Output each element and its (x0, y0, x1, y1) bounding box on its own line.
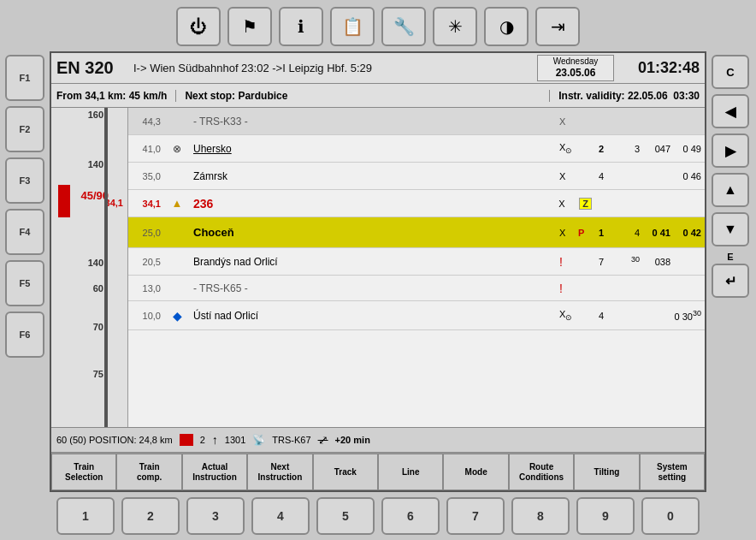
station-name: - TRS-K65 - (190, 282, 559, 294)
track-cell: ◆ (164, 309, 190, 323)
km-cell: 41,0 (132, 144, 164, 154)
dep-cell: 0 49 (670, 144, 701, 154)
strikethrough-icon: ⤢ (318, 433, 328, 447)
doc-button[interactable]: 📋 (330, 7, 375, 46)
num-4-button[interactable]: 4 (251, 497, 310, 535)
timetable-inner: 160 140 45/90 34,1 140 60 70 75 44,3 (51, 108, 705, 427)
arrow-right-button[interactable]: ⇥ (535, 7, 580, 46)
station-table: 44,3 - TRS-K33 - X 41,0 ⊗ (128, 108, 705, 427)
num-8-button[interactable]: 8 (511, 497, 570, 535)
num-6-button[interactable]: 6 (381, 497, 440, 535)
track-cell: ▲ (164, 197, 190, 210)
x-cell: X (559, 228, 578, 238)
top-toolbar: ⏻ ⚑ ℹ 📋 🔧 ✳ ◑ ⇥ (0, 0, 756, 51)
speed-140-top: 140 (88, 159, 103, 169)
header-row: EN 320 I-> Wien Südbahnhof 23:02 ->I Lei… (51, 53, 705, 84)
date-box: Wednesday 23.05.06 (537, 55, 614, 81)
f2-button[interactable]: F2 (5, 106, 44, 152)
table-row: 25,0 Choceň X P 1 4 0 41 0 42 (128, 217, 705, 248)
time-display: 01:32:48 (623, 59, 700, 77)
tab-train-comp[interactable]: Traincomp. (116, 454, 181, 490)
up-arrow-icon: ↑ (212, 433, 218, 447)
e-label: E (727, 252, 733, 262)
power-button[interactable]: ⏻ (176, 7, 221, 46)
f3-button[interactable]: F3 (5, 157, 44, 204)
up-arrow-button[interactable]: ▲ (712, 173, 749, 207)
wrench-button[interactable]: 🔧 (381, 7, 426, 46)
route-info: I-> Wien Südbahnhof 23:02 ->I Leipzig Hb… (133, 62, 529, 74)
km-cell: 44,3 (132, 116, 164, 127)
tab-train-selection[interactable]: TrainSelection (51, 454, 116, 490)
contrast-button[interactable]: ◑ (484, 7, 529, 46)
tab-line[interactable]: Line (378, 454, 443, 490)
status-red-indicator (180, 434, 193, 446)
f4-button[interactable]: F4 (5, 209, 44, 255)
right-arrow-button[interactable]: ▶ (712, 134, 749, 168)
station-name: 236 (190, 197, 558, 211)
table-row: 44,3 - TRS-K33 - X (128, 108, 705, 135)
center-panel: EN 320 I-> Wien Südbahnhof 23:02 ->I Lei… (50, 51, 706, 492)
f1-button[interactable]: F1 (5, 55, 44, 101)
num-5-button[interactable]: 5 (316, 497, 375, 535)
x-cell: ! (559, 255, 578, 269)
tab-actual-instruction[interactable]: ActualInstruction (182, 454, 247, 490)
station-name: - TRS-K33 - (190, 116, 559, 128)
status-bar: 60 (50) POSITION: 24,8 km 2 ↑ 1301 📡 TRS… (51, 427, 705, 453)
track2-cell: 2 (594, 144, 609, 154)
flag-button[interactable]: ⚑ (227, 7, 272, 46)
tab-route-conditions[interactable]: RouteConditions (509, 454, 574, 490)
f5-button[interactable]: F5 (5, 260, 44, 306)
track2-cell: 7 (594, 257, 609, 267)
left-arrow-button[interactable]: ◀ (712, 94, 749, 128)
red-speed-indicator (58, 185, 70, 217)
num-0-button[interactable]: 0 (641, 497, 700, 535)
table-row: 10,0 ◆ Ústí nad Orlicí X⊙ 4 0 3030 (128, 301, 705, 330)
position-label: 60 (50) POSITION: 24,8 km (56, 435, 173, 445)
track2-cell: 1 (594, 228, 609, 238)
speed-140-mid: 140 (88, 258, 103, 268)
bottom-tabs: TrainSelection Traincomp. ActualInstruct… (51, 453, 705, 490)
train-id: EN 320 (56, 58, 125, 78)
km-cell: 34,1 (132, 199, 164, 209)
main-area: F1 F2 F3 F4 F5 F6 EN 320 I-> Wien Südbah… (0, 51, 756, 492)
c-button[interactable]: C (712, 55, 749, 89)
antenna-icon: 📡 (252, 434, 265, 446)
speed-75: 75 (93, 369, 103, 379)
timetable-area: 160 140 45/90 34,1 140 60 70 75 44,3 (51, 108, 705, 427)
status-num: 2 (200, 435, 205, 445)
left-function-buttons: F1 F2 F3 F4 F5 F6 (3, 51, 50, 492)
z-box: Z (577, 198, 594, 210)
km-cell: 10,0 (132, 311, 164, 321)
f6-button[interactable]: F6 (5, 312, 44, 358)
x-cell: ! (559, 282, 578, 295)
speed-160: 160 (88, 110, 103, 120)
bottom-num-row: 1 2 3 4 5 6 7 8 9 0 (0, 492, 756, 540)
tab-next-instruction[interactable]: NextInstruction (247, 454, 312, 490)
km-cell: 25,0 (132, 228, 164, 238)
delay-label: +20 min (335, 435, 370, 445)
dep-cell: 0 3030 (670, 309, 701, 322)
num-3-button[interactable]: 3 (186, 497, 245, 535)
x-cell: X⊙ (559, 309, 578, 322)
instr-validity-label: Instr. validity: 22.05.06 03:30 (549, 90, 700, 102)
tab-system-setting[interactable]: Systemsetting (640, 454, 705, 490)
tab-track[interactable]: Track (313, 454, 378, 490)
asterisk-button[interactable]: ✳ (433, 7, 477, 46)
station-name: Zámrsk (190, 170, 559, 182)
p-cell: P (578, 228, 594, 238)
tab-tilting[interactable]: Tilting (574, 454, 639, 490)
enter-button[interactable]: ↵ (712, 264, 749, 298)
down-arrow-button[interactable]: ▼ (712, 212, 749, 246)
table-row: 41,0 ⊗ Uhersko X⊙ 2 3 047 0 49 (128, 135, 705, 163)
tab-mode[interactable]: Mode (443, 454, 508, 490)
num-9-button[interactable]: 9 (576, 497, 635, 535)
track2-cell: 4 (594, 171, 609, 181)
date-label: 23.05.06 (556, 67, 596, 80)
num-7-button[interactable]: 7 (446, 497, 505, 535)
trs-label: TRS-K67 (272, 435, 310, 445)
num-2-button[interactable]: 2 (121, 497, 180, 535)
num1-cell: 30 (609, 255, 640, 268)
info-button[interactable]: ℹ (279, 7, 323, 46)
num1-cell: 4 (609, 228, 640, 238)
num-1-button[interactable]: 1 (56, 497, 115, 535)
